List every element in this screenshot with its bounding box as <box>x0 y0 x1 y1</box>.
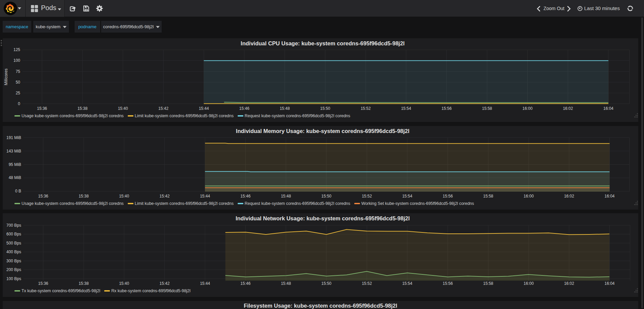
svg-text:15:52: 15:52 <box>362 281 372 286</box>
svg-text:15:52: 15:52 <box>361 106 371 111</box>
svg-text:16:02: 16:02 <box>563 106 573 111</box>
svg-text:100 Bps: 100 Bps <box>6 276 21 281</box>
svg-text:15:54: 15:54 <box>401 106 411 111</box>
svg-text:15:40: 15:40 <box>119 194 129 198</box>
svg-text:300 Bps: 300 Bps <box>6 259 21 263</box>
svg-text:16:00: 16:00 <box>524 281 534 286</box>
svg-text:15:56: 15:56 <box>443 281 453 286</box>
svg-text:125: 125 <box>13 47 20 52</box>
svg-text:15:48: 15:48 <box>281 194 291 198</box>
svg-text:700 Bps: 700 Bps <box>6 223 21 228</box>
svg-text:48 MiB: 48 MiB <box>9 175 21 180</box>
svg-text:15:48: 15:48 <box>280 106 290 111</box>
svg-text:15:40: 15:40 <box>119 281 129 286</box>
svg-text:Individual CPU Usage: kube-sys: Individual CPU Usage: kube-system coredn… <box>241 40 405 46</box>
svg-text:15:58: 15:58 <box>482 106 492 111</box>
svg-text:15:48: 15:48 <box>281 281 291 286</box>
svg-text:15:56: 15:56 <box>443 194 453 198</box>
svg-text:15:54: 15:54 <box>402 194 412 198</box>
svg-text:500 Bps: 500 Bps <box>6 241 21 246</box>
svg-text:15:44: 15:44 <box>200 194 210 198</box>
svg-text:15:46: 15:46 <box>240 194 250 198</box>
svg-text:15:36: 15:36 <box>38 194 48 198</box>
svg-text:200 Bps: 200 Bps <box>6 267 21 272</box>
svg-text:191 MiB: 191 MiB <box>6 135 21 140</box>
svg-text:15:44: 15:44 <box>199 106 209 111</box>
svg-text:16:04: 16:04 <box>604 281 614 286</box>
svg-text:15:50: 15:50 <box>321 281 331 286</box>
svg-text:15:42: 15:42 <box>160 194 170 198</box>
svg-text:100: 100 <box>13 58 20 63</box>
svg-text:15:42: 15:42 <box>158 106 168 111</box>
svg-text:16:00: 16:00 <box>524 194 534 198</box>
svg-text:15:46: 15:46 <box>240 281 250 286</box>
svg-text:15:50: 15:50 <box>321 194 331 198</box>
svg-text:15:42: 15:42 <box>160 281 170 286</box>
svg-text:75: 75 <box>16 69 21 74</box>
svg-text:16:04: 16:04 <box>603 106 613 111</box>
svg-text:Millicores: Millicores <box>4 69 8 85</box>
svg-text:15:46: 15:46 <box>239 106 249 111</box>
svg-text:16:02: 16:02 <box>564 281 574 286</box>
svg-text:143 MiB: 143 MiB <box>6 149 21 153</box>
svg-text:15:52: 15:52 <box>362 194 372 198</box>
svg-text:50: 50 <box>16 80 21 85</box>
svg-text:Individual Memory Usage: kube-: Individual Memory Usage: kube-system cor… <box>236 128 409 134</box>
svg-text:15:36: 15:36 <box>38 281 48 286</box>
svg-text:16:00: 16:00 <box>522 106 532 111</box>
svg-text:25: 25 <box>16 91 21 95</box>
svg-text:15:50: 15:50 <box>320 106 330 111</box>
svg-text:400 Bps: 400 Bps <box>6 250 21 254</box>
svg-text:15:58: 15:58 <box>483 194 493 198</box>
svg-text:15:54: 15:54 <box>402 281 412 286</box>
svg-text:15:58: 15:58 <box>483 281 493 286</box>
svg-text:15:38: 15:38 <box>79 281 89 286</box>
svg-text:0 B: 0 B <box>15 189 21 193</box>
svg-text:15:44: 15:44 <box>200 281 210 286</box>
svg-text:16:02: 16:02 <box>564 194 574 198</box>
svg-text:600 Bps: 600 Bps <box>6 232 21 236</box>
svg-text:15:56: 15:56 <box>442 106 452 111</box>
svg-text:15:36: 15:36 <box>37 106 47 111</box>
svg-text:15:38: 15:38 <box>77 106 87 111</box>
svg-text:95 MiB: 95 MiB <box>9 162 21 167</box>
svg-text:Individual Network Usage: kube: Individual Network Usage: kube-system co… <box>236 215 410 221</box>
svg-text:0: 0 <box>18 101 20 106</box>
svg-text:16:04: 16:04 <box>604 194 614 198</box>
svg-text:15:38: 15:38 <box>79 194 89 198</box>
svg-text:15:40: 15:40 <box>118 106 128 111</box>
